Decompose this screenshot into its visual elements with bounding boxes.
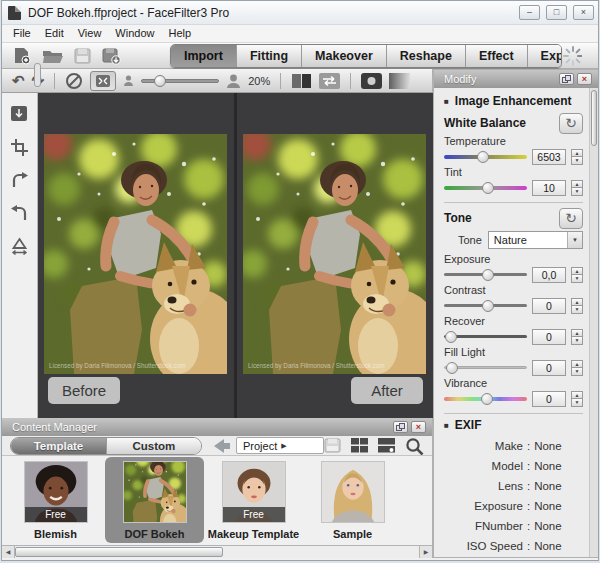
new-project-icon[interactable] — [12, 47, 33, 65]
tab-export[interactable]: Export — [527, 45, 562, 67]
menu-window[interactable]: Window — [108, 25, 161, 42]
template-list-scrollbar[interactable]: ◀ ▶ — [2, 545, 432, 558]
contrast-knob[interactable] — [482, 300, 494, 312]
list-item-makeup-template[interactable]: Free Makeup Template — [204, 457, 303, 543]
vibrance-value[interactable]: 0 — [532, 391, 566, 407]
open-project-icon[interactable] — [42, 47, 64, 65]
import-photo-icon[interactable] — [10, 105, 29, 123]
exposure-knob[interactable] — [482, 269, 494, 281]
tint-slider[interactable] — [444, 186, 527, 190]
undock-panel-icon[interactable] — [393, 421, 408, 433]
fill-light-slider[interactable] — [444, 366, 527, 369]
tab-reshape[interactable]: Reshape — [386, 45, 465, 67]
menu-help[interactable]: Help — [161, 25, 198, 42]
list-item-blemish[interactable]: Free Blemish — [6, 457, 105, 543]
exposure-value[interactable]: 0,0 — [532, 267, 566, 283]
tint-knob[interactable] — [482, 182, 494, 194]
menu-view[interactable]: View — [71, 25, 109, 42]
contrast-value[interactable]: 0 — [532, 298, 566, 314]
fill-light-knob[interactable] — [446, 362, 458, 374]
list-item-sample[interactable]: Sample — [303, 457, 402, 543]
no-effect-icon[interactable] — [65, 72, 83, 90]
content-manager-header[interactable]: Content Manager × — [2, 418, 432, 436]
search-icon[interactable] — [405, 437, 424, 455]
vibrance-spinner[interactable]: ▲▼ — [571, 391, 583, 407]
flip-horizontal-icon[interactable] — [10, 237, 29, 255]
temperature-slider[interactable] — [444, 155, 527, 159]
recover-value[interactable]: 0 — [532, 329, 566, 345]
title-bar[interactable]: DOF Bokeh.ffproject - FaceFilter3 Pro – … — [2, 1, 599, 25]
compare-view-icon[interactable] — [291, 73, 312, 89]
tab-import[interactable]: Import — [171, 45, 236, 67]
mode-tab-bar: Import Fitting Makeover Reshape Effect E… — [170, 44, 562, 68]
fill-light-spinner[interactable]: ▲▼ — [571, 360, 583, 376]
menu-edit[interactable]: Edit — [38, 25, 71, 42]
menu-bar: File Edit View Window Help — [2, 25, 599, 43]
grid-view-icon[interactable] — [351, 438, 368, 453]
exposure-spinner[interactable]: ▲▼ — [571, 267, 583, 283]
tone-reset-button[interactable]: ↻ — [559, 208, 583, 229]
menu-file[interactable]: File — [6, 25, 38, 42]
tab-fitting[interactable]: Fitting — [236, 45, 301, 67]
minimize-button[interactable]: – — [519, 5, 540, 20]
zoom-slider-knob[interactable] — [154, 75, 166, 87]
contrast-slider[interactable] — [444, 304, 527, 307]
back-arrow-icon[interactable] — [214, 439, 230, 453]
modify-scrollbar-thumb[interactable] — [591, 90, 597, 146]
temperature-spinner[interactable]: ▲▼ — [571, 149, 583, 165]
tab-effect[interactable]: Effect — [465, 45, 527, 67]
crop-icon[interactable] — [10, 138, 29, 156]
temperature-value[interactable]: 6503 — [532, 149, 566, 165]
rotate-left-icon[interactable] — [10, 204, 29, 222]
app-icon — [8, 6, 21, 20]
save-project-icon[interactable] — [73, 47, 92, 65]
exposure-slider[interactable] — [444, 273, 527, 276]
before-photo[interactable]: Licensed by Daria Filimonova / Shutterst… — [44, 134, 227, 374]
zoom-slider[interactable] — [141, 79, 219, 83]
tint-spinner[interactable]: ▲▼ — [571, 180, 583, 196]
list-item-dof-bokeh[interactable]: Licensed by Daria Filimonova / Shutterst… — [105, 457, 204, 543]
recover-slider[interactable] — [444, 335, 527, 338]
save-content-icon[interactable] — [324, 438, 341, 453]
undo-icon[interactable]: ↶ — [12, 73, 25, 89]
tint-value[interactable]: 10 — [532, 180, 566, 196]
undock-panel-icon[interactable] — [559, 73, 574, 85]
scrollbar-thumb[interactable] — [15, 547, 223, 557]
contrast-spinner[interactable]: ▲▼ — [571, 298, 583, 314]
scroll-left-icon[interactable]: ◀ — [2, 546, 15, 558]
close-panel-icon[interactable]: × — [577, 73, 592, 85]
after-label[interactable]: After — [351, 377, 423, 404]
fill-light-value[interactable]: 0 — [532, 360, 566, 376]
zoom-percent: 20% — [248, 75, 270, 87]
view-toolbar: ↶ ↷ 20% — [2, 69, 433, 93]
maximize-button[interactable]: □ — [546, 5, 567, 20]
tone-dropdown[interactable]: Nature ▼ — [488, 231, 583, 249]
modify-scrollbar[interactable] — [589, 88, 598, 557]
vibrance-knob[interactable] — [481, 393, 493, 405]
list-view-icon[interactable] — [378, 438, 395, 453]
close-panel-icon[interactable]: × — [411, 421, 426, 433]
recover-knob[interactable] — [445, 331, 457, 343]
after-photo[interactable]: Licensed by Daria Filimonova / Shutterst… — [243, 134, 426, 374]
vibrance-slider[interactable] — [444, 397, 527, 401]
breadcrumb[interactable]: Project ▶ — [236, 437, 324, 454]
content-manager-toolbar: Template Custom Project ▶ — [2, 436, 432, 456]
vignette-icon[interactable] — [361, 73, 382, 89]
rotate-right-icon[interactable] — [10, 171, 29, 189]
tab-template[interactable]: Template — [11, 438, 106, 454]
dropdown-arrow-icon[interactable]: ▼ — [567, 232, 582, 248]
modify-panel-header[interactable]: Modify × — [434, 70, 598, 88]
close-button[interactable]: × — [573, 5, 594, 20]
white-balance-reset-button[interactable]: ↻ — [559, 113, 583, 134]
fit-to-window-button[interactable] — [90, 71, 116, 91]
scroll-right-icon[interactable]: ▶ — [419, 546, 432, 558]
tab-makeover[interactable]: Makeover — [301, 45, 386, 67]
gradient-icon[interactable] — [389, 73, 410, 89]
tab-custom[interactable]: Custom — [106, 438, 201, 454]
swap-views-icon[interactable] — [319, 73, 340, 89]
rail-collapse-handle[interactable] — [34, 63, 41, 87]
save-as-icon[interactable] — [101, 47, 122, 65]
before-label[interactable]: Before — [48, 377, 120, 404]
recover-spinner[interactable]: ▲▼ — [571, 329, 583, 345]
temperature-knob[interactable] — [477, 151, 489, 163]
